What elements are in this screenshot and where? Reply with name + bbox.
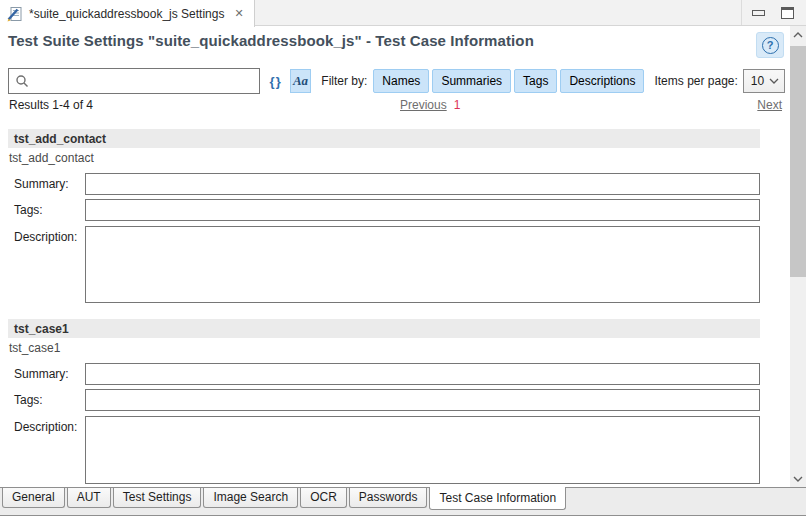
test-case-name: tst_case1 (8, 341, 785, 356)
summary-input-tst-case1[interactable] (85, 363, 760, 385)
filter-tags-button[interactable]: Tags (514, 69, 557, 93)
tags-field-row: Tags: (8, 389, 760, 411)
description-label: Description: (8, 416, 85, 434)
items-per-page-label: Items per page: (654, 74, 737, 88)
pagination-row: Results 1-4 of 4 Previous 1 Next (8, 97, 785, 114)
close-icon[interactable]: ✕ (234, 7, 243, 20)
tab-image-search[interactable]: Image Search (203, 488, 298, 508)
summary-label: Summary: (8, 363, 85, 381)
minimize-icon[interactable] (752, 10, 765, 16)
title-row: Test Suite Settings "suite_quickaddressb… (8, 32, 785, 60)
tab-general[interactable]: General (2, 488, 65, 508)
help-question-icon: ? (762, 37, 779, 54)
tab-ocr[interactable]: OCR (300, 488, 347, 508)
search-input[interactable] (8, 68, 260, 94)
previous-link[interactable]: Previous (400, 98, 447, 112)
vertical-scrollbar[interactable] (790, 26, 806, 487)
tab-aut[interactable]: AUT (67, 488, 111, 508)
tab-test-case-information[interactable]: Test Case Information (429, 487, 566, 510)
tags-input-tst-add-contact[interactable] (85, 199, 760, 221)
scroll-up-icon[interactable] (790, 26, 806, 43)
tags-label: Tags: (8, 199, 85, 217)
help-button[interactable]: ? (756, 32, 784, 58)
results-count: Results 1-4 of 4 (9, 98, 93, 112)
filter-summaries-button[interactable]: Summaries (432, 69, 511, 93)
chevron-down-icon (769, 78, 779, 84)
description-textarea-tst-add-contact[interactable] (85, 226, 760, 303)
summary-input-tst-add-contact[interactable] (85, 173, 760, 195)
tags-label: Tags: (8, 389, 85, 407)
description-textarea-tst-case1[interactable] (85, 416, 760, 484)
current-page-number: 1 (454, 98, 461, 112)
pagination-links: Previous 1 (400, 98, 460, 112)
editor-tab-suite-settings[interactable]: *suite_quickaddressbook_js Settings ✕ (0, 0, 255, 27)
next-link[interactable]: Next (757, 98, 782, 112)
description-field-row: Description: (8, 226, 760, 303)
editor-tab-title: *suite_quickaddressbook_js Settings (29, 7, 224, 21)
tab-test-settings[interactable]: Test Settings (113, 488, 202, 508)
tab-passwords[interactable]: Passwords (349, 488, 428, 508)
view-window-controls (741, 0, 806, 25)
filter-toolbar: {} Aa Filter by: Names Summaries Tags De… (8, 68, 785, 94)
scroll-down-icon[interactable] (790, 470, 806, 487)
case-sensitive-toggle-button[interactable]: Aa (290, 69, 312, 93)
search-box (8, 68, 260, 94)
maximize-icon[interactable] (781, 7, 794, 19)
filter-descriptions-button[interactable]: Descriptions (560, 69, 644, 93)
tabbar-spacer (255, 0, 741, 25)
description-label: Description: (8, 226, 85, 244)
scrollbar-thumb[interactable] (790, 46, 806, 277)
settings-bottom-tab-bar: General AUT Test Settings Image Search O… (0, 487, 806, 516)
editor-tab-bar: *suite_quickaddressbook_js Settings ✕ (0, 0, 806, 26)
filter-by-label: Filter by: (321, 74, 367, 88)
search-icon (15, 74, 29, 88)
section-header-tst-case1: tst_case1 (8, 319, 760, 338)
tags-input-tst-case1[interactable] (85, 389, 760, 411)
items-per-page-select[interactable]: 10 (743, 69, 785, 93)
page-title: Test Suite Settings "suite_quickaddressb… (8, 32, 534, 49)
test-suite-document-icon (7, 6, 23, 22)
items-per-page-value: 10 (751, 74, 769, 88)
test-case-name: tst_add_contact (8, 151, 785, 166)
section-header-tst-add-contact: tst_add_contact (8, 129, 760, 148)
summary-label: Summary: (8, 173, 85, 191)
summary-field-row: Summary: (8, 173, 760, 195)
settings-editor-content: Test Suite Settings "suite_quickaddressb… (0, 26, 790, 487)
regex-toggle-button[interactable]: {} (270, 74, 282, 89)
summary-field-row: Summary: (8, 363, 760, 385)
squish-ide-editor-view: *suite_quickaddressbook_js Settings ✕ Te… (0, 0, 806, 516)
description-field-row: Description: (8, 416, 760, 484)
tags-field-row: Tags: (8, 199, 760, 221)
filter-names-button[interactable]: Names (373, 69, 429, 93)
filter-button-group: Names Summaries Tags Descriptions (373, 69, 644, 93)
